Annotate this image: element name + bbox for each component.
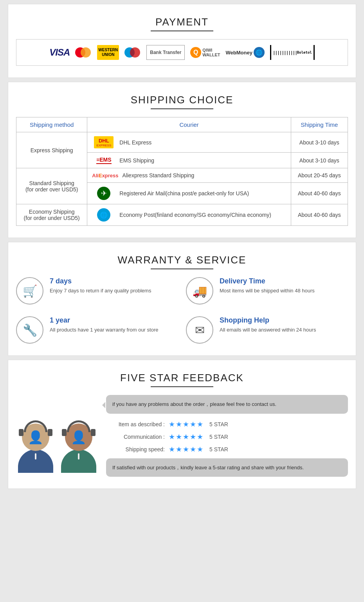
star-1: ★ bbox=[169, 420, 175, 429]
headphone2-right bbox=[91, 429, 96, 436]
help-text-block: Shopping Help All emails will be answere… bbox=[220, 316, 316, 334]
aliexpress-logo-box: AliExpress bbox=[92, 173, 118, 178]
economy-name: Economy Post(finland economy/SG economy/… bbox=[119, 212, 271, 218]
item-stars: ★ ★ ★ ★ ★ bbox=[169, 420, 203, 429]
col-time: Shipping Time bbox=[291, 117, 348, 132]
ali-e: E bbox=[99, 173, 102, 178]
avatar2-body bbox=[61, 449, 96, 473]
rating-row-communication: Communication : ★ ★ ★ ★ ★ 5 STAR bbox=[106, 433, 348, 441]
ship-star-1: ★ bbox=[169, 445, 175, 454]
rating-row-shipping: Shipping speed: ★ ★ ★ ★ ★ 5 STAR bbox=[106, 445, 348, 454]
chinapost-courier-inner: ✈ Registered Air Mail(china post/e packe… bbox=[92, 187, 286, 200]
aliexpress-time: About 20-45 days bbox=[291, 168, 348, 183]
qiwi-logo: Q QIWIWALLET bbox=[190, 45, 220, 60]
avatar1-mic bbox=[35, 453, 36, 460]
warranty-desc: All products have 1 year warranty from o… bbox=[50, 326, 158, 334]
chinapost-courier-cell: ✈ Registered Air Mail(china post/e packe… bbox=[87, 183, 291, 204]
chinapost-icon: ✈ bbox=[97, 187, 110, 200]
avatars-column: 👤 👤 bbox=[16, 395, 98, 477]
webmoney-text: WebMoney bbox=[226, 50, 252, 56]
rating-row-item: Item as described : ★ ★ ★ ★ ★ 5 STAR bbox=[106, 420, 348, 429]
un-logo-box: 🌐 bbox=[92, 208, 115, 222]
star-3: ★ bbox=[183, 420, 189, 429]
table-row: Standard Shipping(for order over USD5) A… bbox=[16, 168, 348, 183]
headphones-arc-2 bbox=[67, 420, 90, 432]
comm-star-count: 5 STAR bbox=[209, 434, 228, 440]
comm-star-5: ★ bbox=[197, 433, 203, 441]
item-star-count: 5 STAR bbox=[209, 421, 228, 427]
star-2: ★ bbox=[176, 420, 182, 429]
ship-star-2: ★ bbox=[176, 445, 182, 454]
payment-logos-container: VISA WESTERNUNION Bank Transfer Q QIWIWA… bbox=[16, 39, 348, 66]
ems-courier-inner: ≡EMS EMS Shipping bbox=[92, 157, 286, 164]
feedback-content: 👤 👤 bbox=[16, 395, 348, 477]
dhl-courier-inner: DHL EXPRESS DHL Express bbox=[92, 136, 286, 148]
communication-label: Communication : bbox=[106, 434, 165, 440]
warranty-title: WARRANTY & SERVICE bbox=[16, 254, 348, 266]
economy-courier-cell: 🌐 Economy Post(finland economy/SG econom… bbox=[87, 204, 291, 226]
help-icon: ✉ bbox=[186, 316, 213, 344]
dhl-logo: DHL EXPRESS bbox=[94, 136, 114, 148]
shipping-title: SHIPPING CHOICE bbox=[16, 94, 348, 106]
dhl-logo-box: DHL EXPRESS bbox=[92, 136, 115, 148]
returns-desc: Enjoy 7 days to return if any quality pr… bbox=[50, 287, 151, 295]
ship-star-3: ★ bbox=[183, 445, 189, 454]
bank-transfer-logo: Bank Transfer bbox=[146, 45, 185, 60]
delivery-icon: 🚚 bbox=[186, 277, 213, 305]
comm-star-2: ★ bbox=[176, 433, 182, 441]
delivery-heading: Delivery Time bbox=[220, 277, 315, 285]
standard-shipping-method: Standard Shipping(for order over USD5) bbox=[16, 168, 87, 204]
dhl-sub: EXPRESS bbox=[96, 144, 111, 147]
headphone-left bbox=[19, 429, 23, 436]
aliexpress-name: Aliexpress Standard Shipping bbox=[123, 172, 195, 178]
returns-text-block: 7 days Enjoy 7 days to return if any qua… bbox=[50, 277, 151, 295]
visa-logo: VISA bbox=[49, 45, 70, 60]
warranty-grid: 🛒 7 days Enjoy 7 days to return if any q… bbox=[16, 277, 348, 344]
shipping-underline bbox=[151, 108, 213, 109]
aliexpress-logo: AliExpress bbox=[92, 173, 118, 178]
comm-star-3: ★ bbox=[183, 433, 189, 441]
avatar1-body bbox=[18, 449, 53, 473]
warranty-text-block: 1 year All products have 1 year warranty… bbox=[50, 316, 158, 334]
shipping-stars: ★ ★ ★ ★ ★ bbox=[169, 445, 203, 454]
payment-section: PAYMENT VISA WESTERNUNION Bank Transfer … bbox=[8, 4, 356, 78]
help-heading: Shopping Help bbox=[220, 316, 316, 324]
aliexpress-courier-cell: AliExpress Aliexpress Standard Shipping bbox=[87, 168, 291, 183]
maestro-right-circle bbox=[130, 47, 140, 58]
avatar-1: 👤 bbox=[16, 424, 55, 473]
avatar2-container: 👤 bbox=[61, 424, 96, 473]
payment-title: PAYMENT bbox=[16, 16, 348, 28]
top-bubble-text: if you have any problems about the order… bbox=[112, 401, 276, 407]
help-desc: All emails will be answered within 24 ho… bbox=[220, 326, 316, 334]
warranty-item-warranty: 🔧 1 year All products have 1 year warran… bbox=[16, 316, 178, 344]
avatar2-head: 👤 bbox=[65, 424, 92, 451]
feedback-title: FIVE STAR FEEDBACK bbox=[16, 372, 348, 384]
warranty-item-help: ✉ Shopping Help All emails will be answe… bbox=[186, 316, 348, 344]
ship-star-count: 5 STAR bbox=[209, 446, 228, 452]
col-method: Shipping method bbox=[16, 117, 87, 132]
boleto-logo: |||||||||||Boletol bbox=[270, 45, 315, 60]
warranty-item-delivery: 🚚 Delivery Time Most items will be shipp… bbox=[186, 277, 348, 305]
bottom-speech-bubble: If satisfied with our products，kindly le… bbox=[106, 458, 348, 477]
qiwi-circle: Q bbox=[190, 47, 201, 58]
comm-star-4: ★ bbox=[190, 433, 196, 441]
un-icon: 🌐 bbox=[97, 208, 110, 222]
warranty-section: WARRANTY & SERVICE 🛒 7 days Enjoy 7 days… bbox=[8, 242, 356, 356]
ems-courier-cell: ≡EMS EMS Shipping bbox=[87, 153, 291, 168]
ship-star-4: ★ bbox=[190, 445, 196, 454]
shipping-speed-label: Shipping speed: bbox=[106, 446, 165, 452]
economy-shipping-method: Economy Shipping(for order under USD5) bbox=[16, 204, 87, 226]
ems-time: About 3-10 days bbox=[291, 153, 348, 168]
aliexpress-courier-inner: AliExpress Aliexpress Standard Shipping bbox=[92, 172, 286, 178]
payment-underline bbox=[151, 31, 213, 31]
delivery-text-block: Delivery Time Most items will be shipped… bbox=[220, 277, 315, 295]
returns-heading: 7 days bbox=[50, 277, 151, 285]
avatar-2: 👤 bbox=[59, 424, 98, 473]
ratings-container: Item as described : ★ ★ ★ ★ ★ 5 STAR Com… bbox=[106, 420, 348, 454]
dhl-text: DHL bbox=[99, 138, 109, 144]
avatar2-mic bbox=[78, 453, 79, 460]
headphone2-left bbox=[62, 429, 67, 436]
ems-name: EMS Shipping bbox=[119, 157, 154, 164]
qiwi-text: QIWIWALLET bbox=[202, 48, 220, 57]
table-row: Economy Shipping(for order under USD5) 🌐… bbox=[16, 204, 348, 226]
